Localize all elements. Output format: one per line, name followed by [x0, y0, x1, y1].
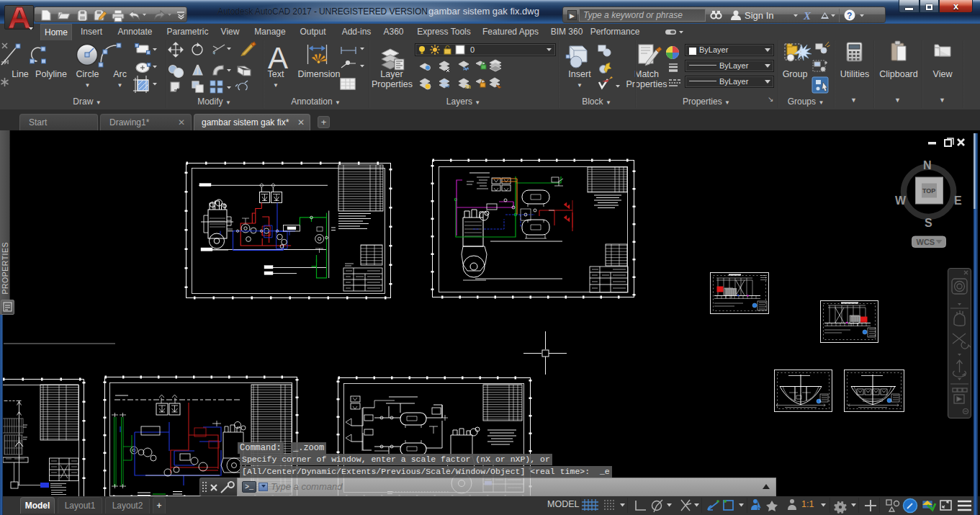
svg-text:?: ?	[847, 11, 852, 21]
svg-text:E: E	[954, 194, 962, 207]
svg-text:TOP: TOP	[922, 187, 935, 194]
svg-text:N: N	[923, 159, 932, 171]
svg-text:W: W	[895, 194, 907, 207]
svg-text:S: S	[925, 217, 932, 229]
svg-text:WCS: WCS	[917, 238, 935, 246]
svg-text:0: 0	[470, 45, 475, 54]
svg-text:X: X	[803, 10, 812, 22]
svg-text:Sign In: Sign In	[745, 10, 773, 21]
